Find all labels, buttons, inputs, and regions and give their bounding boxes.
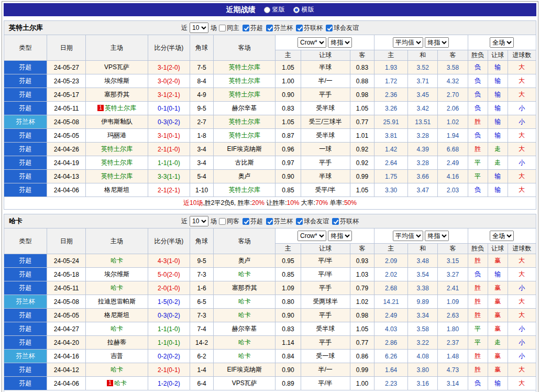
league-filter-芬兰杯[interactable]: 芬兰杯 (266, 24, 293, 32)
home-team-cell[interactable]: 哈卡 (86, 281, 148, 295)
away-team-cell[interactable]: VPS瓦萨 (214, 377, 275, 390)
home-team-name: 塞那乔其 (104, 91, 129, 98)
home-team-cell[interactable]: 英特土尔库 (86, 170, 148, 183)
league-filter-球会友谊[interactable]: 球会友谊 (296, 217, 329, 226)
same-venue-filter[interactable]: 同主 (219, 24, 239, 32)
same-venue-filter[interactable]: 同客 (219, 217, 239, 226)
avg-home-odds: 14.21 (374, 295, 407, 309)
league-filter-芬兰杯[interactable]: 芬兰杯 (266, 217, 293, 226)
league-filter-label: 芬超 (250, 217, 263, 226)
fulltime-result: 负 (468, 129, 488, 143)
avg-away-odds: 1.94 (438, 129, 468, 143)
scope-select[interactable]: 全场 (490, 231, 514, 241)
home-team-cell[interactable]: 埃尔维斯 (86, 268, 148, 281)
filter-bar: 近 10 场 同客 芬超芬兰杯球会友谊芬联杯 (181, 216, 359, 226)
away-team-cell[interactable]: EIF埃克纳斯 (214, 363, 275, 377)
corner-cell: 14-2 (190, 336, 213, 350)
away-team-cell[interactable]: EIF埃克纳斯 (214, 143, 275, 156)
home-team-cell[interactable]: 吉普 (86, 350, 148, 363)
away-team-cell[interactable]: 英特土尔库 (214, 183, 275, 197)
average-select[interactable]: 平均值 (393, 37, 423, 48)
home-team-cell[interactable]: 拉赫蒂 (86, 336, 148, 350)
date-cell: 24-04-19 (47, 156, 86, 170)
match-row: 芬超24-04-13英特土尔库3-3(1-1)5-4奥卢0.90半球0.991.… (4, 170, 536, 183)
corner-cell: 3-4 (190, 143, 213, 156)
league-filter-球会友谊[interactable]: 球会友谊 (326, 24, 359, 32)
avg-home-odds: 3.26 (374, 102, 407, 115)
corner-cell: 6-5 (190, 295, 213, 309)
average-time-select[interactable]: 终指 (425, 231, 449, 241)
home-team-cell[interactable]: 拉迪恩雷帕斯 (86, 295, 148, 309)
recent-count-select[interactable]: 10 (190, 23, 208, 33)
away-team-cell[interactable]: 奥卢 (214, 170, 275, 183)
avg-home-odds: 2.49 (374, 309, 407, 322)
away-team-cell[interactable]: 哈卡 (214, 268, 275, 281)
away-team-cell[interactable]: 英特土尔库 (214, 129, 275, 143)
away-team-cell[interactable]: 英特土尔库 (214, 88, 275, 102)
away-team-cell[interactable]: 古比斯 (214, 156, 275, 170)
league-filter-芬联杯[interactable]: 芬联杯 (332, 217, 359, 226)
filter-bar: 近 10 场 同主 芬超芬兰杯芬联杯球会友谊 (181, 23, 359, 33)
average-select[interactable]: 平均值 (393, 231, 423, 241)
away-team-cell[interactable]: 哈卡 (214, 350, 275, 363)
subcol-handicap-result: 让球 (488, 244, 508, 254)
league-filter-芬联杯[interactable]: 芬联杯 (296, 24, 323, 32)
home-team-cell[interactable]: 1哈卡 (86, 377, 148, 390)
away-team-cell[interactable]: 哈卡 (214, 309, 275, 322)
recent-count-select[interactable]: 10 (190, 216, 208, 226)
league-filter-芬超[interactable]: 芬超 (243, 217, 263, 226)
away-team-cell[interactable]: 塞那乔其 (214, 281, 275, 295)
corner-cell: 8-4 (190, 74, 213, 88)
home-team-cell[interactable]: 哈卡 (86, 363, 148, 377)
home-team-cell[interactable]: 格尼斯坦 (86, 309, 148, 322)
subcol-avg-home: 主 (374, 50, 407, 61)
home-team-cell[interactable]: 英特土尔库 (86, 143, 148, 156)
fulltime-result: 负 (468, 61, 488, 74)
home-team-cell[interactable]: VPS瓦萨 (86, 61, 148, 74)
bookmaker-select[interactable]: Crow* (297, 231, 326, 241)
home-team-cell[interactable]: 1英特土尔库 (86, 102, 148, 115)
home-team-cell[interactable]: 哈卡 (86, 322, 148, 336)
league-filter-芬超[interactable]: 芬超 (243, 24, 263, 32)
avg-draw-odds: 9.89 (408, 295, 438, 309)
average-time-select[interactable]: 终指 (425, 37, 449, 48)
score-cell: 3-1(0-1) (148, 129, 190, 143)
handicap-away-odds: 0.98 (350, 309, 374, 322)
away-team-cell[interactable]: 赫尔辛基 (214, 322, 275, 336)
home-team-cell[interactable]: 英特土尔库 (86, 156, 148, 170)
avg-away-odds: 2.06 (438, 102, 468, 115)
layout-option-vertical[interactable]: 竖版 (264, 5, 285, 14)
bookmaker-select[interactable]: Crow* (297, 37, 326, 48)
avg-away-odds: 2.37 (438, 336, 468, 350)
avg-away-odds: 2.63 (438, 309, 468, 322)
away-team-cell[interactable]: 奥卢 (214, 254, 275, 268)
handicap-home-odds: 1.09 (275, 281, 301, 295)
home-team-cell[interactable]: 哈卡 (86, 254, 148, 268)
away-team-cell[interactable]: 英特土尔库 (214, 61, 275, 74)
league-cell: 芬超 (4, 61, 47, 74)
home-team-cell[interactable]: 塞那乔其 (86, 88, 148, 102)
away-team-cell[interactable]: 赫尔辛基 (214, 102, 275, 115)
layout-option-horizontal[interactable]: 横版 (293, 5, 314, 14)
away-team-cell[interactable]: 哈卡 (214, 295, 275, 309)
handicap-home-odds: 0.87 (275, 129, 301, 143)
away-team-cell[interactable]: 英特土尔库 (214, 115, 275, 129)
average-odds-group: 平均值 终指 (374, 228, 468, 244)
avg-home-odds: 1.93 (374, 61, 407, 74)
handicap-away-odds: 0.92 (350, 156, 374, 170)
handicap-result: 赢 (488, 295, 508, 309)
handicap-time-select[interactable]: 终指 (328, 37, 352, 48)
home-team-cell[interactable]: 埃尔维斯 (86, 74, 148, 88)
handicap-time-select[interactable]: 终指 (328, 231, 352, 241)
fulltime-result: 平 (468, 322, 488, 336)
corner-cell: 7-3 (190, 309, 213, 322)
away-team-cell[interactable]: 英特土尔库 (214, 74, 275, 88)
home-team-cell[interactable]: 格尼斯坦 (86, 183, 148, 197)
goals-result: 小 (508, 322, 536, 336)
home-team-cell[interactable]: 玛丽港 (86, 129, 148, 143)
away-team-cell[interactable]: 哈卡 (214, 336, 275, 350)
handicap-result: 赢 (488, 254, 508, 268)
scope-select[interactable]: 全场 (490, 37, 514, 48)
home-team-cell[interactable]: 伊韦斯釉队 (86, 115, 148, 129)
league-filters: 芬超芬兰杯球会友谊芬联杯 (243, 217, 359, 226)
